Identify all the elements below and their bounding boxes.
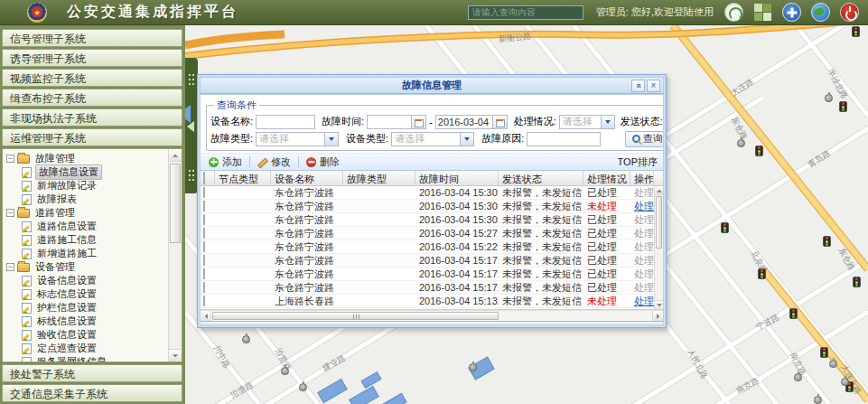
tree-item[interactable]: 道路施工信息 — [5, 233, 182, 247]
sidebar-panel-4[interactable]: 非现场执法子系统 — [2, 108, 182, 127]
camera-dome-icon[interactable] — [814, 396, 822, 404]
camera-dome-icon[interactable] — [737, 139, 745, 147]
table-row[interactable]: 东仓路宁波路2016-03-04 15:17:01未报警，未发短信已处理处理 — [201, 281, 663, 295]
apps-grid-icon[interactable] — [753, 3, 772, 22]
grid-horizontal-scrollbar[interactable] — [201, 310, 663, 321]
column-header-5[interactable]: 处理情况 — [583, 171, 630, 185]
sidebar-collapse-handle[interactable] — [185, 58, 198, 193]
tree-toggle-icon[interactable]: − — [6, 263, 14, 271]
sidebar-panel-3[interactable]: 缉查布控子系统 — [2, 89, 182, 107]
row-checkbox[interactable] — [203, 187, 205, 198]
traffic-light-icon[interactable] — [852, 26, 860, 37]
sidebar-panel-1[interactable]: 诱导管理子系统 — [2, 49, 182, 67]
fault-type-select[interactable]: 请选择 — [256, 132, 339, 146]
calendar-icon[interactable] — [493, 115, 508, 129]
column-header-4[interactable]: 发送状态 — [499, 171, 583, 185]
prev-page-button[interactable] — [223, 324, 238, 326]
column-header-3[interactable]: 故障时间 — [415, 171, 499, 185]
camera-dome-icon[interactable] — [281, 367, 289, 375]
scroll-up-icon[interactable] — [655, 186, 663, 195]
tree-item[interactable]: 服务器网络信息 — [5, 355, 182, 362]
tree-toggle-icon[interactable]: − — [6, 209, 14, 217]
table-row[interactable]: 上海路长春路2016-03-04 15:13:45未报警，未发短信未处理处理 — [201, 295, 663, 308]
camera-dome-icon[interactable] — [794, 373, 802, 381]
fault-time-to-input[interactable] — [435, 115, 493, 129]
row-checkbox[interactable] — [203, 228, 205, 239]
table-row[interactable]: 东仓路宁波路2016-03-04 15:30:00未报警，未发短信已处理处理 — [201, 186, 663, 200]
column-header-1[interactable]: 设备名称 — [271, 171, 343, 185]
column-header-6[interactable]: 操作 — [630, 171, 654, 185]
chevron-down-icon[interactable] — [601, 116, 614, 128]
camera-dome-icon[interactable] — [469, 363, 477, 371]
camera-dome-icon[interactable] — [825, 94, 833, 102]
scroll-thumb[interactable] — [656, 196, 662, 249]
table-row[interactable]: 东仓路宁波路2016-03-04 15:22:50未报警，未发短信已处理处理 — [201, 240, 663, 254]
search-button[interactable]: 查询 — [625, 131, 664, 147]
power-logout-icon[interactable] — [840, 3, 859, 22]
tree-folder[interactable]: −故障管理 — [5, 152, 182, 165]
traffic-light-icon[interactable] — [789, 308, 798, 319]
table-row[interactable]: 东仓路宁波路2016-03-04 15:17:01未报警，未发短信已处理处理 — [201, 268, 663, 281]
camera-dome-icon[interactable] — [829, 360, 837, 368]
column-header-0[interactable]: 节点类型 — [215, 171, 271, 185]
traffic-light-icon[interactable] — [721, 222, 729, 233]
table-row[interactable]: 东仓路宁波路2016-03-04 15:30:00未报警，未发短信已处理处理 — [201, 213, 663, 227]
scroll-up-icon[interactable] — [169, 149, 182, 162]
chevron-down-icon[interactable] — [460, 133, 473, 146]
scroll-thumb[interactable] — [170, 164, 181, 243]
delete-button[interactable]: 删除 — [303, 155, 342, 169]
recycle-icon[interactable] — [724, 3, 743, 22]
modify-button[interactable]: 修改 — [255, 155, 294, 169]
modal-titlebar[interactable]: 故障信息管理 « × — [200, 77, 664, 94]
sidebar-bottom-panel-0[interactable]: 接处警子系统 — [2, 364, 182, 382]
handle-action-link[interactable]: 处理 — [630, 295, 654, 308]
traffic-light-icon[interactable] — [839, 101, 847, 112]
tree-folder[interactable]: −设备管理 — [5, 260, 182, 274]
top-sort-label[interactable]: TOP排序 — [618, 155, 658, 169]
chevron-down-icon[interactable] — [324, 133, 338, 146]
scroll-down-icon[interactable] — [655, 300, 663, 309]
tree-item[interactable]: 标志信息设置 — [5, 287, 182, 301]
sidebar-bottom-panel-1[interactable]: 交通信息采集子系统 — [2, 384, 182, 402]
row-checkbox[interactable] — [203, 268, 205, 279]
select-all-checkbox[interactable] — [203, 172, 205, 184]
row-checkbox[interactable] — [203, 214, 205, 225]
device-type-select[interactable]: 请选择 — [391, 132, 474, 146]
grid-vertical-scrollbar[interactable] — [654, 186, 663, 309]
page-number-input[interactable] — [259, 324, 283, 326]
traffic-light-icon[interactable] — [820, 347, 828, 358]
tree-item[interactable]: 新增道路施工 — [5, 247, 182, 260]
traffic-light-icon[interactable] — [823, 236, 831, 247]
tree-item[interactable]: 标线信息设置 — [5, 315, 182, 328]
last-page-button[interactable] — [373, 324, 387, 326]
tree-item[interactable]: 验收信息设置 — [5, 328, 182, 342]
tree-item[interactable]: 新增故障记录 — [5, 179, 182, 193]
tree-item[interactable]: 护栏信息设置 — [5, 301, 182, 315]
add-plus-icon[interactable] — [782, 3, 801, 22]
row-checkbox[interactable] — [203, 255, 205, 266]
scroll-down-icon[interactable] — [169, 349, 182, 362]
sidebar-panel-0[interactable]: 信号管理子系统 — [2, 29, 182, 47]
tree-folder[interactable]: −道路管理 — [5, 206, 182, 220]
scroll-thumb[interactable] — [212, 312, 499, 320]
calendar-icon[interactable] — [412, 115, 426, 129]
traffic-light-icon[interactable] — [758, 268, 766, 279]
modal-collapse-icon[interactable]: « — [631, 80, 645, 92]
sidebar-panel-5[interactable]: 运维管理子系统 — [2, 128, 182, 146]
column-header-2[interactable]: 故障类型 — [343, 171, 415, 185]
row-checkbox[interactable] — [203, 296, 205, 306]
table-row[interactable]: 东仓路宁波路2016-03-04 15:30:00未报警，未发短信未处理处理 — [201, 200, 663, 213]
row-checkbox[interactable] — [203, 241, 205, 252]
tree-toggle-icon[interactable]: − — [6, 155, 14, 163]
camera-dome-icon[interactable] — [299, 383, 307, 391]
handle-action-link[interactable]: 处理 — [630, 200, 654, 213]
global-search-input[interactable] — [468, 5, 583, 20]
traffic-light-icon[interactable] — [853, 277, 861, 287]
modal-close-icon[interactable]: × — [647, 80, 660, 92]
sidebar-panel-2[interactable]: 视频监控子系统 — [2, 69, 182, 87]
tree-scrollbar[interactable] — [168, 149, 182, 362]
add-button[interactable]: 添加 — [206, 155, 245, 169]
first-page-button[interactable] — [205, 324, 219, 326]
scroll-right-icon[interactable] — [652, 311, 663, 321]
row-checkbox[interactable] — [203, 201, 205, 211]
